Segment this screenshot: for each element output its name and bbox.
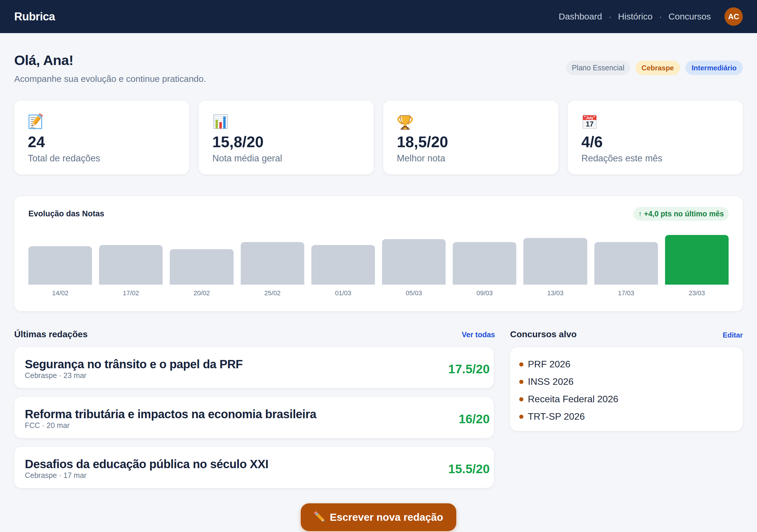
svg-text:July: July — [586, 116, 593, 120]
svg-text:17: 17 — [586, 120, 594, 128]
